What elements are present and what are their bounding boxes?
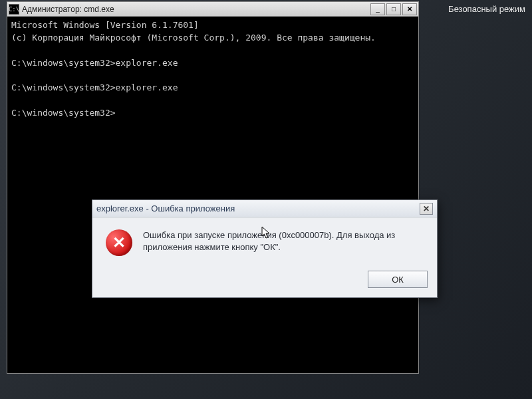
cmd-titlebar[interactable]: C:\ Администратор: cmd.exe _ □ ✕ — [7, 2, 418, 17]
cmd-icon: C:\ — [9, 4, 19, 15]
dialog-body: ✕ Ошибка при запуске приложения (0xc0000… — [92, 217, 437, 265]
error-icon-glyph: ✕ — [112, 235, 126, 251]
dialog-titlebar[interactable]: explorer.exe - Ошибка приложения ✕ — [92, 200, 437, 217]
cmd-window-controls: _ □ ✕ — [370, 3, 417, 15]
safe-mode-watermark: Безопасный режим — [448, 4, 525, 14]
cmd-line: C:\windows\system32> — [11, 108, 116, 118]
error-dialog: explorer.exe - Ошибка приложения ✕ ✕ Оши… — [92, 200, 438, 298]
cmd-title: Администратор: cmd.exe — [22, 5, 370, 14]
minimize-button[interactable]: _ — [370, 3, 385, 15]
close-button[interactable]: ✕ — [402, 3, 417, 15]
cmd-line: (c) Корпорация Майкрософт (Microsoft Cor… — [11, 33, 376, 43]
dialog-message: Ошибка при запуске приложения (0xc000007… — [143, 229, 424, 256]
cmd-line: Microsoft Windows [Version 6.1.7601] — [11, 20, 199, 30]
maximize-button[interactable]: □ — [386, 3, 401, 15]
cmd-line: C:\windows\system32>explorer.exe — [11, 58, 178, 68]
dialog-footer: ОК — [92, 265, 437, 297]
error-icon: ✕ — [106, 229, 132, 256]
desktop: Безопасный режим C:\ Администратор: cmd.… — [0, 0, 532, 399]
dialog-close-button[interactable]: ✕ — [420, 203, 433, 215]
dialog-title: explorer.exe - Ошибка приложения — [96, 203, 420, 213]
cmd-window: C:\ Администратор: cmd.exe _ □ ✕ Microso… — [7, 1, 419, 374]
ok-button[interactable]: ОК — [368, 271, 428, 288]
cmd-output[interactable]: Microsoft Windows [Version 6.1.7601] (c)… — [7, 17, 418, 373]
cmd-line: C:\windows\system32>explorer.exe — [11, 82, 178, 92]
